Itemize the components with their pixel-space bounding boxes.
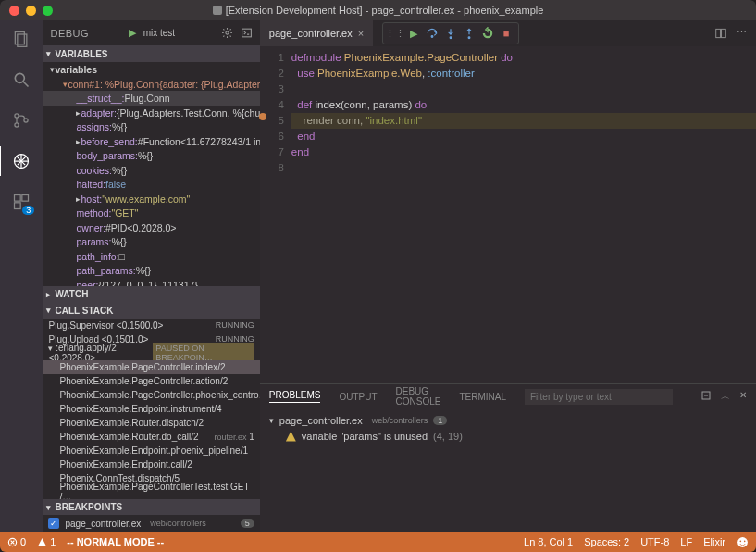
callstack-thread[interactable]: ▾ :erlang.apply/2 <0.2028.0>PAUSED ON BR…: [43, 346, 259, 360]
stop-button[interactable]: ■: [498, 25, 514, 42]
problems-filter-input[interactable]: [525, 389, 673, 405]
indentation-status[interactable]: Spaces: 2: [584, 536, 629, 547]
svg-point-4: [15, 114, 19, 118]
debug-title: DEBUG: [50, 28, 120, 39]
maximize-panel-icon[interactable]: ︿: [721, 390, 730, 403]
variable-item[interactable]: assigns: %{}: [43, 119, 259, 134]
code-content: defmodule PhoenixExample.PageController …: [291, 46, 756, 383]
variable-item[interactable]: peer: {{127, 0, 0, 1}, 111317}: [43, 278, 259, 286]
step-over-button[interactable]: [424, 25, 440, 42]
errors-status[interactable]: 0: [7, 536, 26, 547]
variables-section-header[interactable]: ▾VARIABLES: [43, 45, 259, 62]
cursor-position-status[interactable]: Ln 8, Col 1: [524, 536, 573, 547]
callstack-frame[interactable]: PhoenixExample.Endpoint.instrument/4: [43, 402, 259, 416]
language-status[interactable]: Elixir: [703, 536, 725, 547]
breakpoint-item[interactable]: ✓ page_controller.ex web/controllers 5: [43, 515, 259, 532]
callstack-frame[interactable]: PhoenixExample.PageControllerTest.test G…: [43, 485, 259, 499]
breakpoint-marker[interactable]: [259, 113, 266, 120]
variable-item[interactable]: ▸ before_send: #Function<11.67278243/1 i…: [43, 134, 259, 149]
variable-item[interactable]: method: "GET": [43, 206, 259, 220]
warning-icon: [286, 432, 296, 442]
svg-point-15: [431, 36, 433, 38]
variable-item[interactable]: owner: #PID<0.2028.0>: [43, 220, 259, 235]
breakpoint-checkbox[interactable]: ✓: [48, 518, 59, 529]
debug-console-tab[interactable]: DEBUG CONSOLE: [396, 386, 441, 407]
variable-item[interactable]: ▸ host: "www.example.com": [43, 192, 259, 207]
svg-point-6: [24, 119, 28, 122]
debug-toolbar: ⋮⋮ ▶ ■: [382, 22, 519, 44]
close-tab-icon[interactable]: ×: [358, 28, 364, 39]
callstack-frame[interactable]: PhoenixExample.Router.do_call/2router.ex…: [43, 430, 259, 444]
variable-item[interactable]: cookies: %{}: [43, 163, 259, 178]
explorer-icon[interactable]: [10, 28, 32, 50]
line-numbers: 12345678: [260, 46, 291, 383]
svg-point-25: [737, 537, 748, 547]
variable-item[interactable]: params: %{}: [43, 234, 259, 249]
debug-config-selector[interactable]: mix test: [143, 28, 214, 38]
step-into-button[interactable]: [442, 25, 459, 42]
debug-icon[interactable]: [10, 150, 32, 172]
activity-bar: 3: [0, 20, 43, 532]
editor-tab[interactable]: page_controller.ex ×: [260, 20, 373, 46]
step-out-button[interactable]: [461, 25, 477, 42]
code-editor[interactable]: 12345678 defmodule PhoenixExample.PageCo…: [260, 46, 756, 383]
more-actions-icon[interactable]: ⋯: [737, 27, 747, 40]
status-bar: 0 1 -- NORMAL MODE -- Ln 8, Col 1 Spaces…: [0, 532, 756, 552]
split-editor-icon[interactable]: [714, 27, 727, 40]
callstack-frame[interactable]: PhoenixExample.Endpoint.call/2: [43, 458, 259, 471]
variable-item[interactable]: path_info: □: [43, 249, 259, 264]
callstack-frame[interactable]: PhoenixExample.PageController.index/2: [43, 360, 259, 374]
variable-item[interactable]: body_params: %{}: [43, 148, 259, 163]
svg-rect-11: [22, 195, 29, 202]
problem-item[interactable]: variable "params" is unused (4, 19): [269, 429, 747, 444]
collapse-all-icon[interactable]: [700, 390, 712, 403]
svg-rect-19: [722, 29, 726, 37]
problems-group[interactable]: ▾ page_controller.ex web/controllers 1: [269, 412, 747, 429]
search-icon[interactable]: [10, 69, 32, 91]
variables-scope[interactable]: ▾ variables: [43, 62, 259, 77]
variable-item[interactable]: halted: false: [43, 177, 259, 192]
extensions-badge: 3: [22, 206, 34, 215]
editor-area: page_controller.ex × ⋮⋮ ▶ ■ ⋯ 12345678: [260, 20, 756, 532]
debug-config-gear-icon[interactable]: [221, 27, 233, 39]
terminal-tab[interactable]: TERMINAL: [459, 392, 506, 402]
debug-console-icon[interactable]: [241, 27, 253, 39]
start-debug-button[interactable]: ▶: [129, 27, 136, 39]
svg-point-17: [468, 37, 470, 39]
problems-list: ▾ page_controller.ex web/controllers 1 v…: [260, 408, 756, 447]
drag-handle-icon[interactable]: ⋮⋮: [387, 25, 403, 42]
callstack-frame[interactable]: PhoenixExample.Router.dispatch/2: [43, 416, 259, 430]
breakpoints-section-header[interactable]: ▾BREAKPOINTS: [43, 499, 259, 516]
variable-item[interactable]: __struct__: Plug.Conn: [43, 91, 259, 106]
callstack-frame[interactable]: PhoenixExample.PageController.action/2: [43, 374, 259, 388]
eol-status[interactable]: LF: [680, 536, 692, 547]
problems-tab[interactable]: PROBLEMS: [269, 390, 321, 403]
variable-root[interactable]: ▾ conn#1: %Plug.Conn{adapter: {Plug.Adap…: [43, 77, 259, 92]
feedback-icon[interactable]: [737, 536, 749, 548]
close-panel-icon[interactable]: ✕: [739, 390, 747, 403]
variable-item[interactable]: ▸ adapter: {Plug.Adapters.Test.Conn, %{c…: [43, 106, 259, 120]
extensions-icon[interactable]: 3: [10, 191, 32, 213]
variable-item[interactable]: path_params: %{}: [43, 263, 259, 278]
svg-point-5: [15, 123, 19, 127]
watch-section-header[interactable]: ▸WATCH: [43, 286, 259, 303]
editor-tabbar: page_controller.ex × ⋮⋮ ▶ ■ ⋯: [260, 20, 756, 46]
callstack-section-header[interactable]: ▾CALL STACK: [43, 302, 259, 319]
warnings-status[interactable]: 1: [37, 536, 56, 547]
debug-sidebar: DEBUG ▶ mix test ▾VARIABLES ▾ variables …: [43, 20, 259, 532]
bottom-panel: PROBLEMS OUTPUT DEBUG CONSOLE TERMINAL ︿…: [260, 383, 756, 532]
output-tab[interactable]: OUTPUT: [339, 392, 377, 402]
window-titlebar: [Extension Development Host] - page_cont…: [0, 0, 756, 20]
editor-actions: ⋯: [714, 27, 756, 40]
source-control-icon[interactable]: [10, 109, 32, 132]
debug-header: DEBUG ▶ mix test: [43, 20, 259, 45]
svg-rect-14: [242, 29, 251, 37]
callstack-frame[interactable]: PhoenixExample.PageController.phoenix_co…: [43, 388, 259, 402]
svg-point-2: [16, 73, 25, 82]
variables-tree: ▾ variables ▾ conn#1: %Plug.Conn{adapter…: [43, 62, 259, 286]
continue-button[interactable]: ▶: [405, 25, 422, 42]
restart-button[interactable]: [479, 25, 496, 42]
encoding-status[interactable]: UTF-8: [640, 536, 669, 547]
callstack-frame[interactable]: PhoenixExample.Endpoint.phoenix_pipeline…: [43, 444, 259, 458]
callstack-thread[interactable]: Plug.Supervisor <0.1500.0>RUNNING: [43, 319, 259, 332]
